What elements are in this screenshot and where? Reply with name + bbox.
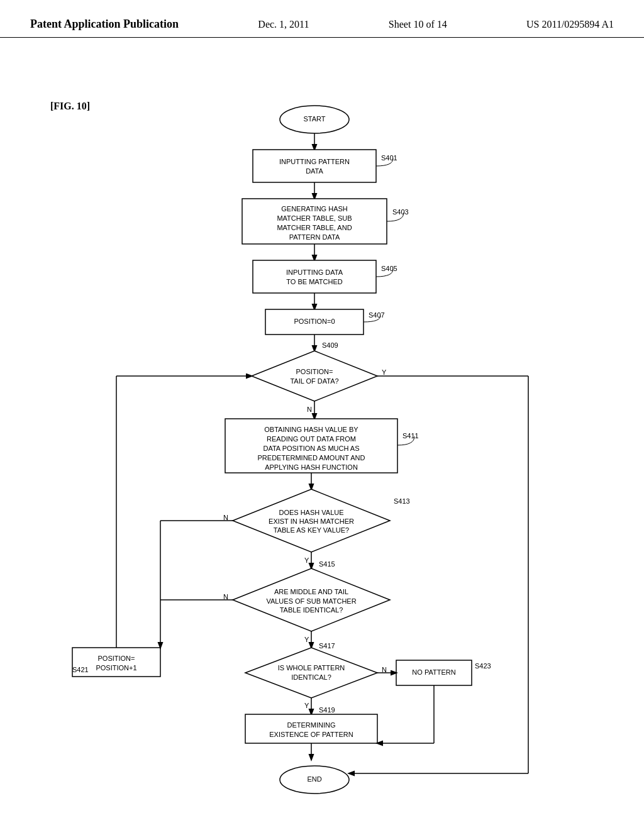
s405-label2: TO BE MATCHED — [286, 278, 342, 285]
s401-label2: DATA — [306, 167, 323, 175]
svg-marker-10 — [252, 351, 377, 401]
s407-step: S407 — [369, 311, 385, 319]
s411-label5: APPLYING HASH FUNCTION — [265, 463, 358, 471]
svg-rect-6 — [253, 260, 376, 293]
s409-n-label: N — [307, 406, 312, 413]
svg-rect-2 — [253, 150, 376, 182]
s403-label2: MATCHER TABLE, SUB — [277, 214, 352, 222]
sheet-info: Sheet 10 of 14 — [389, 19, 447, 30]
s403-label1: GENERATING HASH — [281, 205, 348, 213]
s413-n-label: N — [223, 514, 228, 521]
s413-label2: EXIST IN HASH MATCHER — [269, 517, 354, 525]
s415-step-label2: S415 — [319, 560, 335, 568]
publication-date: Dec. 1, 2011 — [258, 19, 309, 30]
s413-label1: DOES HASH VALUE — [279, 509, 343, 516]
s423-label: NO PATTERN — [412, 668, 455, 676]
s411-label2: READING OUT DATA FROM — [267, 435, 356, 443]
s417-label1: IS WHOLE PATTERN — [278, 664, 345, 672]
s421-label2: POSITION+1 — [96, 664, 136, 672]
s411-label1: OBTAINING HASH VALUE BY — [264, 426, 358, 433]
s419-step: S419 — [319, 706, 335, 714]
s403-step: S403 — [392, 208, 409, 216]
s405-step: S405 — [381, 265, 397, 272]
s407-label: POSITION=0 — [294, 318, 335, 325]
publication-title: Patent Application Publication — [30, 18, 179, 31]
s411-step: S411 — [402, 432, 419, 440]
s417-step: S417 — [319, 642, 335, 650]
s417-y-label: Y — [304, 702, 309, 709]
s417-n-label: N — [382, 666, 387, 673]
flowchart-diagram: START INPUTTING PATTERN DATA S401 GENERA… — [0, 82, 644, 824]
s415-label2: VALUES OF SUB MATCHER — [266, 597, 356, 605]
s409-step-label: S409 — [322, 341, 338, 349]
s409-label2: TAIL OF DATA? — [290, 377, 338, 385]
page-header: Patent Application Publication Dec. 1, 2… — [0, 0, 644, 38]
s421-step: S421 — [72, 666, 89, 673]
s401-label: INPUTTING PATTERN — [279, 158, 350, 165]
s421-label1: POSITION= — [98, 655, 135, 662]
s413-y-label: Y — [304, 556, 309, 564]
s411-label3: DATA POSITION AS MUCH AS — [263, 445, 359, 452]
s413-step: S413 — [394, 497, 410, 505]
end-label: END — [307, 775, 321, 783]
s415-label3: TABLE IDENTICAL? — [280, 606, 343, 614]
s405-label1: INPUTTING DATA — [286, 268, 343, 276]
s419-label1: DETERMINING — [287, 721, 336, 729]
patent-number: US 2011/0295894 A1 — [526, 19, 614, 30]
s403-label3: MATCHER TABLE, AND — [277, 224, 352, 231]
s403-label4: PATTERN DATA — [289, 233, 340, 241]
s417-label2: IDENTICAL? — [291, 673, 331, 681]
s415-y-label: Y — [304, 636, 309, 643]
svg-rect-25 — [245, 714, 377, 743]
s411-label4: PREDETERMINED AMOUNT AND — [258, 454, 365, 462]
s401-step: S401 — [381, 154, 397, 162]
start-label: START — [303, 115, 325, 123]
s423-step: S423 — [475, 662, 491, 670]
s409-label1: POSITION= — [296, 368, 333, 375]
s413-label3: TABLE AS KEY VALUE? — [274, 526, 349, 534]
s415-n-label: N — [223, 593, 228, 600]
s409-y-label: Y — [382, 368, 387, 376]
s419-label2: EXISTENCE OF PATTERN — [269, 731, 353, 738]
s415-label1: ARE MIDDLE AND TAIL — [274, 588, 348, 595]
